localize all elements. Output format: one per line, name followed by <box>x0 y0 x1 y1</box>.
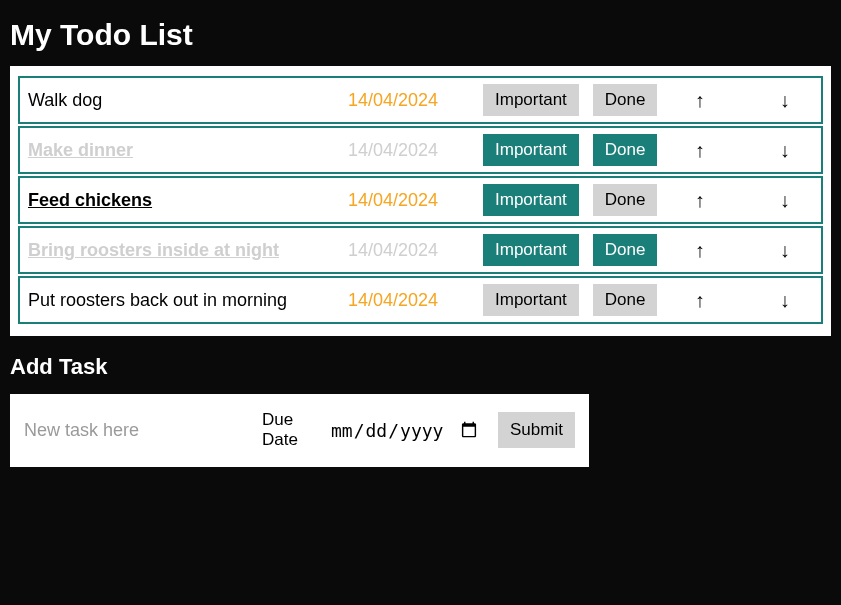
due-date-label: Due Date <box>262 410 312 451</box>
todo-row: Walk dog14/04/2024ImportantDone↑↓ <box>18 76 823 124</box>
task-title: Make dinner <box>28 140 348 161</box>
task-title: Feed chickens <box>28 190 348 211</box>
move-up-icon[interactable]: ↑ <box>671 289 728 312</box>
due-date-input[interactable] <box>330 419 480 442</box>
todo-row: Bring roosters inside at night14/04/2024… <box>18 226 823 274</box>
task-due-date: 14/04/2024 <box>348 290 483 311</box>
todo-row: Put roosters back out in morning14/04/20… <box>18 276 823 324</box>
important-button[interactable]: Important <box>483 84 579 116</box>
new-task-input[interactable] <box>24 420 244 441</box>
done-button[interactable]: Done <box>593 84 658 116</box>
task-title: Bring roosters inside at night <box>28 240 348 261</box>
todo-row: Make dinner14/04/2024ImportantDone↑↓ <box>18 126 823 174</box>
move-down-icon[interactable]: ↓ <box>756 239 813 262</box>
submit-button[interactable]: Submit <box>498 412 575 448</box>
done-button[interactable]: Done <box>593 184 658 216</box>
done-button[interactable]: Done <box>593 134 658 166</box>
task-due-date: 14/04/2024 <box>348 90 483 111</box>
add-task-form: Due Date Submit <box>10 394 589 467</box>
task-due-date: 14/04/2024 <box>348 140 483 161</box>
add-task-heading: Add Task <box>10 354 831 380</box>
done-button[interactable]: Done <box>593 234 658 266</box>
todo-list: Walk dog14/04/2024ImportantDone↑↓Make di… <box>10 66 831 336</box>
move-down-icon[interactable]: ↓ <box>756 289 813 312</box>
task-title: Walk dog <box>28 90 348 111</box>
important-button[interactable]: Important <box>483 134 579 166</box>
important-button[interactable]: Important <box>483 184 579 216</box>
task-due-date: 14/04/2024 <box>348 190 483 211</box>
move-down-icon[interactable]: ↓ <box>756 139 813 162</box>
move-up-icon[interactable]: ↑ <box>671 89 728 112</box>
todo-row: Feed chickens14/04/2024ImportantDone↑↓ <box>18 176 823 224</box>
important-button[interactable]: Important <box>483 284 579 316</box>
move-up-icon[interactable]: ↑ <box>671 139 728 162</box>
important-button[interactable]: Important <box>483 234 579 266</box>
page-title: My Todo List <box>10 18 831 52</box>
move-down-icon[interactable]: ↓ <box>756 189 813 212</box>
task-due-date: 14/04/2024 <box>348 240 483 261</box>
move-down-icon[interactable]: ↓ <box>756 89 813 112</box>
move-up-icon[interactable]: ↑ <box>671 239 728 262</box>
task-title: Put roosters back out in morning <box>28 290 348 311</box>
move-up-icon[interactable]: ↑ <box>671 189 728 212</box>
done-button[interactable]: Done <box>593 284 658 316</box>
